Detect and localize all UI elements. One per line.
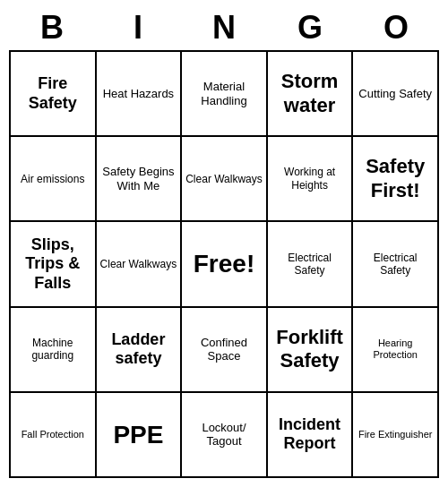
cell-17[interactable]: Confined Space — [182, 308, 268, 393]
cell-14[interactable]: Electrical Safety — [353, 222, 439, 307]
cell-6[interactable]: Safety Begins With Me — [97, 137, 183, 222]
cell-1[interactable]: Heat Hazards — [97, 52, 183, 137]
cell-16[interactable]: Ladder safety — [97, 308, 183, 393]
cell-ppe[interactable]: PPE — [97, 393, 183, 478]
bingo-title: B I N G O — [9, 9, 439, 47]
cell-15[interactable]: Machine guarding — [11, 308, 97, 393]
cell-0[interactable]: Fire Safety — [11, 52, 97, 137]
cell-20[interactable]: Fall Protection — [11, 393, 97, 478]
cell-24[interactable]: Fire Extinguisher — [353, 393, 439, 478]
cell-11[interactable]: Clear Walkways — [97, 222, 183, 307]
letter-o: O — [357, 9, 435, 47]
cell-19[interactable]: Hearing Protection — [353, 308, 439, 393]
cell-9[interactable]: Safety First! — [353, 137, 439, 222]
cell-10[interactable]: Slips, Trips & Falls — [11, 222, 97, 307]
bingo-grid: Fire Safety Heat Hazards Material Handli… — [9, 50, 439, 478]
cell-2[interactable]: Material Handling — [182, 52, 268, 137]
cell-13[interactable]: Electrical Safety — [268, 222, 354, 307]
letter-i: I — [99, 9, 177, 47]
cell-7[interactable]: Clear Walkways — [182, 137, 268, 222]
cell-18[interactable]: Forklift Safety — [268, 308, 354, 393]
letter-n: N — [185, 9, 263, 47]
cell-5[interactable]: Air emissions — [11, 137, 97, 222]
cell-4[interactable]: Cutting Safety — [353, 52, 439, 137]
cell-8[interactable]: Working at Heights — [268, 137, 354, 222]
cell-3[interactable]: Storm water — [268, 52, 354, 137]
letter-g: G — [271, 9, 349, 47]
letter-b: B — [13, 9, 91, 47]
cell-free[interactable]: Free! — [182, 222, 268, 307]
cell-22[interactable]: Lockout/ Tagout — [182, 393, 268, 478]
cell-23[interactable]: Incident Report — [268, 393, 354, 478]
